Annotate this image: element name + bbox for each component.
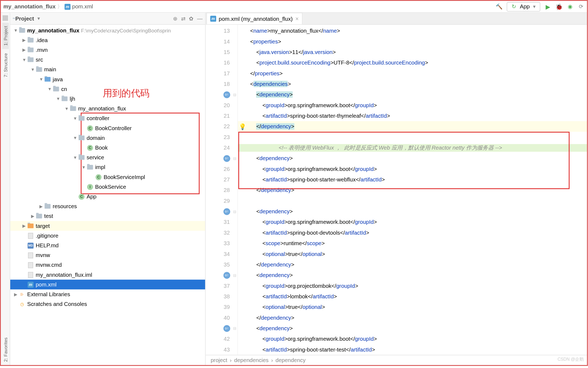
maven-icon: m (64, 4, 70, 9)
gutter-override-icon[interactable]: o↑ (223, 91, 230, 98)
tree-extlib[interactable]: ▶⊪External Libraries (10, 289, 205, 299)
crumb-dependencies[interactable]: dependencies (234, 357, 268, 363)
expand-icon[interactable]: ⇄ (181, 15, 186, 22)
tree-mvn[interactable]: ▶.mvn (10, 45, 205, 55)
gutter-override-icon[interactable]: o↑ (223, 155, 230, 162)
tree-controller[interactable]: ▼controller (10, 113, 205, 123)
breadcrumb-file[interactable]: pom.xml (72, 4, 93, 10)
crumb-project[interactable]: project (211, 357, 227, 363)
coverage-icon[interactable]: ◉ (567, 3, 573, 10)
sidetab-project[interactable]: 1: Project (2, 22, 9, 49)
app-run-icon: ↻ (511, 3, 517, 10)
project-panel: Project ▼ ⊕ ⇄ ✿ — 用到的代码 ▼my_annotation_f… (10, 13, 206, 365)
tree-impl[interactable]: ▼impl (10, 162, 205, 172)
strip-indicator (2, 15, 8, 21)
maven-icon: m (210, 16, 216, 22)
tree-main[interactable]: ▼main (10, 65, 205, 74)
gutter-override-icon[interactable]: o↑ (223, 208, 230, 215)
tree-pom[interactable]: mpom.xml (10, 280, 205, 289)
chevron-down-icon[interactable]: ▼ (36, 16, 41, 21)
tree-root[interactable]: ▼my_annotation_fluxF:\myCode\crazyCode\S… (10, 25, 205, 35)
tree-help[interactable]: MDHELP.md (10, 241, 205, 250)
watermark: CSDN @企鹅 (558, 357, 583, 363)
sync-icon[interactable]: ⟳ (578, 3, 584, 10)
tree-mvnw[interactable]: mvnw (10, 250, 205, 260)
debug-icon[interactable]: 🐞 (556, 3, 562, 10)
tree-service[interactable]: ▼service (10, 153, 205, 162)
breadcrumb-project[interactable]: my_annotation_flux (4, 4, 56, 10)
tree-test[interactable]: ▶test (10, 211, 205, 221)
project-header: Project ▼ ⊕ ⇄ ✿ — (10, 13, 205, 25)
tree-idea[interactable]: ▶.idea (10, 35, 205, 45)
project-title[interactable]: Project (15, 15, 34, 22)
run-config-dropdown[interactable]: ↻ App ▼ (507, 2, 540, 11)
gutter-override-icon[interactable]: o↑ (223, 325, 230, 332)
top-toolbar: my_annotation_flux 〉 m pom.xml 🔨 ↻ App ▼… (1, 1, 587, 13)
editor-panel: m pom.xml (my_annotation_flux) × 13 14 1… (206, 13, 587, 365)
settings-icon[interactable]: ✿ (189, 15, 193, 22)
sidetab-structure[interactable]: 7: Structure (2, 50, 9, 81)
tree-java[interactable]: ▼java (10, 74, 205, 84)
tree-bookcontroller[interactable]: CBookController (10, 123, 205, 133)
chevron-down-icon: ▼ (532, 4, 536, 9)
annotation-text: 用到的代码 (103, 87, 149, 100)
tree-resources[interactable]: ▶resources (10, 201, 205, 211)
breadcrumb-sep: 〉 (57, 3, 63, 10)
left-tool-strip: 1: Project 7: Structure 2: Favorites (1, 13, 10, 365)
tree-src[interactable]: ▼src (10, 55, 205, 65)
scratch-icon: ◷ (19, 301, 25, 308)
gutter: 13 14 15 16 17 18 o↑19⊟ 20 21 22💡 23 24 … (206, 25, 238, 355)
tree-scratch[interactable]: ◷Scratches and Consoles (10, 299, 205, 309)
breadcrumb: my_annotation_flux 〉 m pom.xml (4, 3, 93, 10)
tree-iml[interactable]: my_annotation_flux.iml (10, 270, 205, 279)
tree-target[interactable]: ▶target (10, 221, 205, 231)
gutter-override-icon[interactable]: o↑ (223, 272, 230, 279)
locate-icon[interactable]: ⊕ (173, 15, 178, 22)
tree-bookservice[interactable]: IBookService (10, 182, 205, 192)
intention-bulb-icon[interactable]: 💡 (239, 123, 246, 130)
tree-mvnwcmd[interactable]: mvnw.cmd (10, 260, 205, 270)
build-icon[interactable]: 🔨 (496, 3, 502, 10)
editor-breadcrumb: project › dependencies › dependency (206, 355, 587, 365)
tree-app[interactable]: CApp (10, 192, 205, 201)
sidetab-favorites[interactable]: 2: Favorites (2, 334, 9, 365)
close-icon[interactable]: × (295, 15, 299, 22)
project-tree[interactable]: 用到的代码 ▼my_annotation_fluxF:\myCode\crazy… (10, 25, 205, 365)
collapse-icon[interactable]: — (197, 15, 202, 22)
editor-tabs: m pom.xml (my_annotation_flux) × (206, 13, 587, 25)
tab-label: pom.xml (my_annotation_flux) (219, 15, 293, 22)
tree-gitignore[interactable]: .gitignore (10, 231, 205, 241)
editor-tab-pom[interactable]: m pom.xml (my_annotation_flux) × (206, 13, 303, 24)
tree-book[interactable]: CBook (10, 143, 205, 153)
library-icon: ⊪ (19, 291, 25, 298)
tree-domain[interactable]: ▼domain (10, 133, 205, 143)
run-config-label: App (520, 4, 530, 10)
tree-bookserviceimpl[interactable]: CBookServiceImpl (10, 172, 205, 182)
run-icon[interactable]: ▶ (545, 3, 551, 10)
code-editor[interactable]: <name>my_annotation_flux</name> <propert… (238, 25, 587, 355)
tree-flux[interactable]: ▼my_annotation_flux (10, 104, 205, 113)
crumb-dependency[interactable]: dependency (276, 357, 306, 363)
